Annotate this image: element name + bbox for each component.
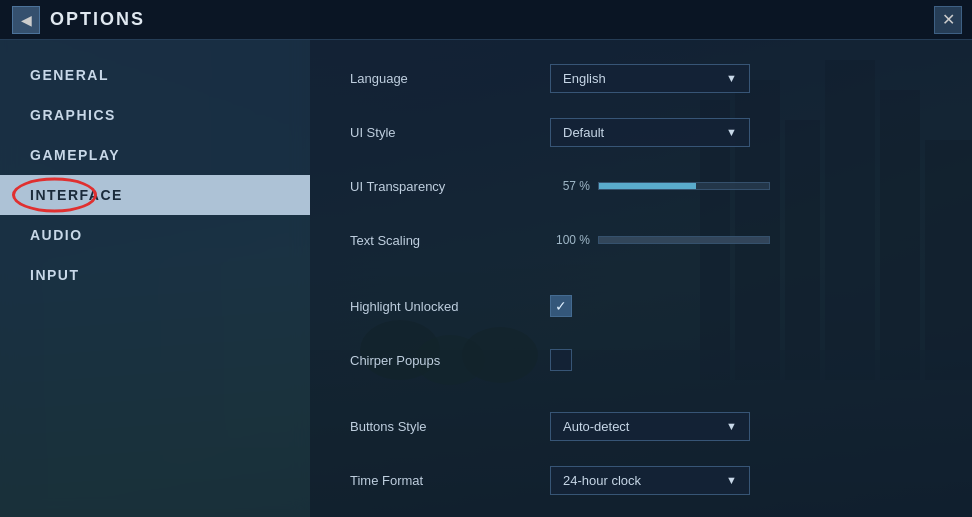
- ui-style-label: UI Style: [350, 125, 550, 140]
- separator-2: [350, 396, 932, 408]
- chirper-popups-control: [550, 349, 932, 371]
- buttons-style-setting: Buttons Style Auto-detect ▼: [350, 408, 932, 444]
- back-button[interactable]: ◀: [12, 6, 40, 34]
- highlight-unlocked-setting: Highlight Unlocked ✓: [350, 288, 932, 324]
- sidebar-item-interface[interactable]: INTERFACE: [0, 175, 310, 215]
- sidebar-item-label: AUDIO: [30, 227, 83, 243]
- highlight-unlocked-control: ✓: [550, 295, 932, 317]
- slider-fill: [599, 183, 696, 189]
- text-scaling-percent: 100 %: [550, 233, 590, 247]
- buttons-style-value: Auto-detect: [563, 419, 630, 434]
- text-scaling-label: Text Scaling: [350, 233, 550, 248]
- language-value: English: [563, 71, 606, 86]
- title-bar: ◀ OPTIONS ✕: [0, 0, 972, 40]
- sidebar-item-graphics[interactable]: GRAPHICS: [0, 95, 310, 135]
- sidebar: GENERAL GRAPHICS GAMEPLAY INTERFACE AUDI…: [0, 40, 310, 517]
- ui-transparency-slider[interactable]: [598, 182, 770, 190]
- checkmark-icon: ✓: [555, 299, 567, 313]
- ui-transparency-label: UI Transparency: [350, 179, 550, 194]
- ui-transparency-control: 57 %: [550, 179, 932, 193]
- text-scaling-slider[interactable]: [598, 236, 770, 244]
- time-format-setting: Time Format 24-hour clock ▼: [350, 462, 932, 498]
- language-control: English ▼: [550, 64, 932, 93]
- text-scaling-setting: Text Scaling 100 %: [350, 222, 932, 258]
- buttons-style-control: Auto-detect ▼: [550, 412, 932, 441]
- chirper-popups-label: Chirper Popups: [350, 353, 550, 368]
- time-format-value: 24-hour clock: [563, 473, 641, 488]
- separator: [350, 276, 932, 288]
- back-icon: ◀: [21, 12, 32, 28]
- time-format-label: Time Format: [350, 473, 550, 488]
- chevron-down-icon: ▼: [726, 126, 737, 138]
- ui-style-dropdown[interactable]: Default ▼: [550, 118, 750, 147]
- chevron-down-icon: ▼: [726, 420, 737, 432]
- sidebar-item-label: GENERAL: [30, 67, 109, 83]
- sidebar-item-label: INPUT: [30, 267, 80, 283]
- slider-fill: [599, 237, 769, 243]
- sidebar-item-general[interactable]: GENERAL: [0, 55, 310, 95]
- time-format-dropdown[interactable]: 24-hour clock ▼: [550, 466, 750, 495]
- sidebar-item-label: INTERFACE: [30, 187, 123, 203]
- highlight-unlocked-checkbox[interactable]: ✓: [550, 295, 572, 317]
- close-icon: ✕: [942, 10, 955, 29]
- language-setting: Language English ▼: [350, 60, 932, 96]
- sidebar-item-audio[interactable]: AUDIO: [0, 215, 310, 255]
- buttons-style-dropdown[interactable]: Auto-detect ▼: [550, 412, 750, 441]
- language-label: Language: [350, 71, 550, 86]
- ui-transparency-setting: UI Transparency 57 %: [350, 168, 932, 204]
- chevron-down-icon: ▼: [726, 474, 737, 486]
- chevron-down-icon: ▼: [726, 72, 737, 84]
- chirper-popups-checkbox[interactable]: [550, 349, 572, 371]
- time-format-control: 24-hour clock ▼: [550, 466, 932, 495]
- page-title: OPTIONS: [50, 9, 145, 30]
- main-content: Language English ▼ UI Style Default ▼ UI…: [310, 40, 972, 517]
- ui-style-value: Default: [563, 125, 604, 140]
- text-scaling-slider-container: 100 %: [550, 233, 770, 247]
- sidebar-item-input[interactable]: INPUT: [0, 255, 310, 295]
- ui-transparency-slider-container: 57 %: [550, 179, 770, 193]
- buttons-style-label: Buttons Style: [350, 419, 550, 434]
- sidebar-item-label: GRAPHICS: [30, 107, 116, 123]
- highlight-unlocked-label: Highlight Unlocked: [350, 299, 550, 314]
- text-scaling-control: 100 %: [550, 233, 932, 247]
- ui-transparency-percent: 57 %: [550, 179, 590, 193]
- ui-style-control: Default ▼: [550, 118, 932, 147]
- language-dropdown[interactable]: English ▼: [550, 64, 750, 93]
- close-button[interactable]: ✕: [934, 6, 962, 34]
- ui-style-setting: UI Style Default ▼: [350, 114, 932, 150]
- chirper-popups-setting: Chirper Popups: [350, 342, 932, 378]
- sidebar-item-label: GAMEPLAY: [30, 147, 120, 163]
- sidebar-item-gameplay[interactable]: GAMEPLAY: [0, 135, 310, 175]
